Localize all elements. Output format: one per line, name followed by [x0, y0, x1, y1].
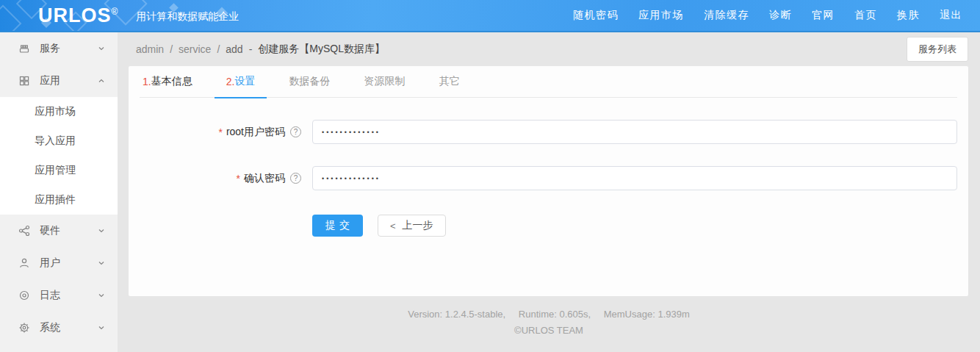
nav-random-password[interactable]: 随机密码 [573, 9, 619, 22]
tab-resource-limit[interactable]: 资源限制 [361, 66, 408, 98]
sidebar-item-user[interactable]: 用户 [0, 247, 118, 279]
root-password-label: root用户密码 [226, 126, 285, 139]
service-icon [18, 43, 30, 54]
submit-button[interactable]: 提交 [312, 215, 363, 237]
tab-step-number: 1. [143, 76, 151, 87]
form-row-confirm-password: * 确认密码 ? [140, 166, 957, 190]
tab-label: 数据备份 [289, 75, 330, 88]
sidebar-subitem-app-plugin[interactable]: 应用插件 [0, 185, 118, 215]
tab-settings[interactable]: 2.设置 [223, 66, 259, 98]
tab-label: 资源限制 [364, 75, 405, 88]
deco-diamond [0, 5, 21, 32]
app-tagline: 用计算和数据赋能企业 [136, 10, 239, 24]
footer-memusage: MemUsage: 1.939m [604, 309, 690, 320]
sidebar-item-label: 日志 [40, 289, 60, 302]
help-icon[interactable]: ? [290, 173, 301, 184]
chevron-left-icon: < [390, 220, 396, 231]
nav-official-site[interactable]: 官网 [812, 9, 835, 22]
breadcrumb: admin / service / add - 创建服务【MySQL数据库】 [136, 43, 385, 56]
sidebar-subitem-import-app[interactable]: 导入应用 [0, 126, 118, 156]
sidebar-item-label: 硬件 [40, 224, 60, 237]
nav-clear-cache[interactable]: 清除缓存 [704, 9, 749, 22]
wizard-tabs: 1.基本信息 2.设置 数据备份 资源限制 其它 [140, 66, 957, 98]
tab-label: 其它 [439, 75, 459, 88]
apps-icon [18, 75, 30, 87]
confirm-password-input[interactable] [312, 166, 957, 190]
chevron-down-icon [97, 226, 106, 235]
page-title: 创建服务【MySQL数据库】 [258, 43, 385, 56]
service-list-button[interactable]: 服务列表 [907, 37, 968, 62]
sidebar-item-label: 服务 [40, 42, 60, 55]
tab-other[interactable]: 其它 [436, 66, 462, 98]
nav-skin[interactable]: 换肤 [897, 9, 920, 22]
field-label: * root用户密码 ? [140, 126, 312, 139]
sidebar-subitem-app-manage[interactable]: 应用管理 [0, 156, 118, 185]
user-icon [18, 257, 30, 269]
nav-app-market[interactable]: 应用市场 [638, 9, 684, 22]
tab-step-number: 2. [226, 76, 235, 87]
main-area: admin / service / add - 创建服务【MySQL数据库】 服… [118, 32, 980, 352]
tab-label: 基本信息 [151, 75, 192, 88]
nav-home[interactable]: 首页 [854, 9, 877, 22]
sidebar-item-label: 用户 [40, 256, 60, 270]
system-icon [18, 322, 30, 334]
previous-step-button[interactable]: < 上一步 [378, 215, 446, 237]
chevron-down-icon [97, 259, 106, 267]
top-header: URLOS® 用计算和数据赋能企业 随机密码 应用市场 清除缓存 诊断 官网 首… [0, 0, 980, 32]
footer-version: Version: 1.2.4.5-stable, [408, 309, 505, 320]
sidebar-item-system[interactable]: 系统 [0, 312, 118, 344]
tab-basic-info[interactable]: 1.基本信息 [140, 66, 195, 98]
chevron-down-icon [97, 323, 106, 332]
breadcrumb-separator: / [217, 43, 220, 55]
tab-data-backup[interactable]: 数据备份 [286, 66, 333, 98]
required-asterisk: * [237, 173, 240, 184]
confirm-password-label: 确认密码 [244, 172, 285, 185]
field-label: * 确认密码 ? [140, 172, 312, 185]
footer-copyright: ©URLOS TEAM [118, 325, 980, 336]
required-asterisk: * [218, 126, 222, 138]
sidebar-item-label: 系统 [40, 321, 60, 334]
footer-runtime: Runtime: 0.605s, [519, 309, 591, 320]
breadcrumb-add[interactable]: add [226, 43, 242, 55]
form-row-root-password: * root用户密码 ? [140, 120, 957, 144]
sidebar: 服务 应用 应用市场 导入应用 应用管理 应用插件 硬件 用户 [0, 32, 118, 352]
chevron-down-icon [97, 44, 106, 53]
hardware-icon [18, 225, 30, 237]
log-icon [18, 290, 30, 301]
sidebar-item-log[interactable]: 日志 [0, 279, 118, 312]
apps-submenu: 应用市场 导入应用 应用管理 应用插件 [0, 97, 118, 215]
sidebar-item-apps[interactable]: 应用 [0, 65, 118, 97]
help-icon[interactable]: ? [290, 126, 301, 137]
previous-step-label: 上一步 [403, 219, 433, 232]
sidebar-item-label: 应用 [40, 74, 60, 87]
content-panel: 1.基本信息 2.设置 数据备份 资源限制 其它 * root用户密码 ? [129, 66, 968, 296]
registered-mark: ® [112, 7, 119, 17]
breadcrumb-service[interactable]: service [179, 43, 211, 55]
breadcrumb-dash: - [249, 43, 253, 55]
chevron-up-icon [97, 76, 106, 85]
nav-logout[interactable]: 退出 [940, 9, 962, 22]
nav-diagnose[interactable]: 诊断 [769, 9, 792, 22]
chevron-down-icon [97, 291, 106, 300]
top-nav: 随机密码 应用市场 清除缓存 诊断 官网 首页 换肤 退出 [573, 0, 962, 31]
sidebar-item-hardware[interactable]: 硬件 [0, 215, 118, 247]
root-password-input[interactable] [312, 120, 957, 144]
footer: Version: 1.2.4.5-stable, Runtime: 0.605s… [118, 296, 980, 336]
breadcrumb-separator: / [170, 43, 173, 55]
sidebar-item-service[interactable]: 服务 [0, 32, 118, 65]
tab-label: 设置 [234, 75, 255, 88]
sidebar-subitem-app-market[interactable]: 应用市场 [0, 97, 118, 126]
breadcrumb-admin[interactable]: admin [136, 43, 164, 55]
app-logo[interactable]: URLOS® [38, 4, 118, 27]
